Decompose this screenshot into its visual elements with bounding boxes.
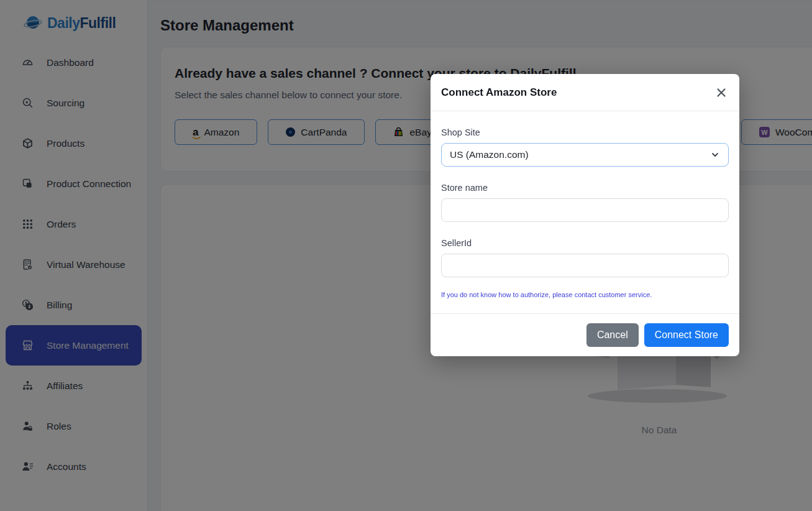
connect-amazon-store-modal: Connect Amazon Store Shop Site US (Amazo… bbox=[431, 74, 739, 356]
modal-title: Connect Amazon Store bbox=[441, 86, 557, 99]
seller-id-input[interactable] bbox=[441, 254, 729, 277]
seller-id-label: SellerId bbox=[441, 238, 729, 248]
close-icon[interactable] bbox=[714, 86, 728, 99]
authorize-help-text[interactable]: If you do not know how to authorize, ple… bbox=[441, 291, 729, 298]
shop-site-label: Shop Site bbox=[441, 127, 729, 137]
modal-body: Shop Site US (Amazon.com) Store name Sel… bbox=[431, 111, 739, 313]
modal-footer: Cancel Connect Store bbox=[431, 313, 739, 356]
chevron-down-icon bbox=[711, 150, 719, 159]
store-name-label: Store name bbox=[441, 183, 729, 193]
modal-header: Connect Amazon Store bbox=[431, 74, 739, 111]
store-name-input[interactable] bbox=[441, 198, 729, 222]
connect-store-button[interactable]: Connect Store bbox=[644, 323, 729, 347]
cancel-button[interactable]: Cancel bbox=[586, 323, 639, 347]
shop-site-selected-value: US (Amazon.com) bbox=[450, 149, 529, 160]
shop-site-select[interactable]: US (Amazon.com) bbox=[441, 143, 729, 167]
